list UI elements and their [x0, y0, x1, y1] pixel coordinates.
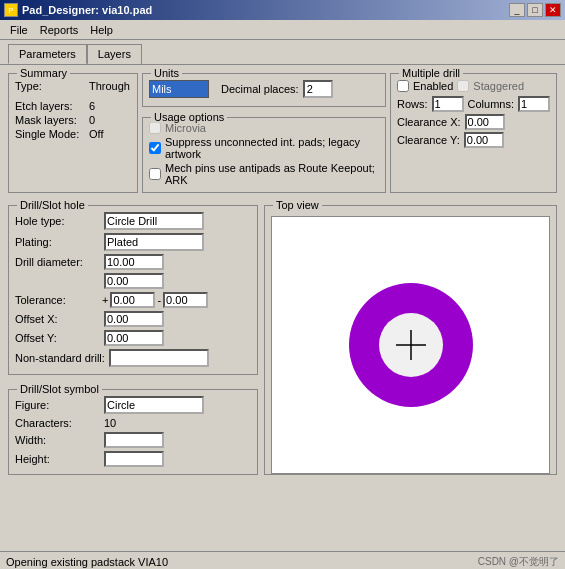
width-label: Width: — [15, 434, 100, 446]
usage-group: Usage options Microvia Suppress unconnec… — [142, 117, 386, 193]
staggered-label: Staggered — [473, 80, 524, 92]
top-view-group: Top view — [264, 205, 557, 475]
units-group: Units Mils Inches MM Decimal places: — [142, 73, 386, 107]
type-value: Through — [89, 80, 130, 92]
window-title: Pad_Designer: via10.pad — [22, 4, 152, 16]
units-title: Units — [151, 67, 182, 79]
top-section: Summary Type: Through Etch layers: 6 Mas… — [8, 73, 557, 199]
donut-svg — [341, 275, 481, 415]
columns-input[interactable] — [518, 96, 550, 112]
drill-diameter-label: Drill diameter: — [15, 256, 100, 268]
summary-group: Summary Type: Through Etch layers: 6 Mas… — [8, 73, 138, 193]
tolerance-label: Tolerance: — [15, 294, 100, 306]
menu-reports[interactable]: Reports — [34, 22, 85, 38]
non-standard-select[interactable] — [109, 349, 209, 367]
suppress-checkbox[interactable] — [149, 142, 161, 154]
etch-label: Etch layers: — [15, 100, 85, 112]
minimize-button[interactable]: _ — [509, 3, 525, 17]
microvia-checkbox[interactable] — [149, 122, 161, 134]
window-controls: _ □ ✕ — [509, 3, 561, 17]
offset-x-input[interactable] — [104, 311, 164, 327]
clearance-y-label: Clearance Y: — [397, 134, 460, 146]
enabled-checkbox[interactable] — [397, 80, 409, 92]
height-label: Height: — [15, 453, 100, 465]
multiple-drill-title: Multiple drill — [399, 67, 463, 79]
tab-parameters[interactable]: Parameters — [8, 44, 87, 64]
offset-y-label: Offset Y: — [15, 332, 100, 344]
columns-label: Columns: — [468, 98, 514, 110]
non-standard-label: Non-standard drill: — [15, 352, 105, 364]
bottom-section: Drill/Slot hole Hole type: Circle Drill … — [8, 205, 557, 481]
summary-title: Summary — [17, 67, 70, 79]
app-icon: P — [4, 3, 18, 17]
drill-diameter-input2[interactable] — [104, 273, 164, 289]
mech-checkbox[interactable] — [149, 168, 161, 180]
characters-value: 10 — [104, 417, 116, 429]
drill-symbol-title: Drill/Slot symbol — [17, 383, 102, 395]
figure-label: Figure: — [15, 399, 100, 411]
plating-select[interactable]: Plated Non-Plated — [104, 233, 204, 251]
units-select[interactable]: Mils Inches MM — [149, 80, 209, 98]
rows-input[interactable] — [432, 96, 464, 112]
top-view-canvas — [271, 216, 550, 474]
tolerance-input2[interactable] — [163, 292, 208, 308]
decimal-input[interactable] — [303, 80, 333, 98]
tolerance-plus: + — [102, 294, 108, 306]
enabled-label: Enabled — [413, 80, 453, 92]
single-label: Single Mode: — [15, 128, 85, 140]
drill-symbol-group: Drill/Slot symbol Figure: Circle Square … — [8, 389, 258, 475]
hole-type-label: Hole type: — [15, 215, 100, 227]
clearance-y-input[interactable] — [464, 132, 504, 148]
multiple-drill-group: Multiple drill Enabled Staggered Rows: C… — [390, 73, 557, 193]
single-value: Off — [89, 128, 103, 140]
menu-file[interactable]: File — [4, 22, 34, 38]
tolerance-dash: - — [157, 294, 161, 306]
figure-select[interactable]: Circle Square Triangle X — [104, 396, 204, 414]
clearance-x-label: Clearance X: — [397, 116, 461, 128]
main-content: Summary Type: Through Etch layers: 6 Mas… — [0, 64, 565, 569]
restore-button[interactable]: □ — [527, 3, 543, 17]
tolerance-input1[interactable] — [110, 292, 155, 308]
mask-value: 0 — [89, 114, 95, 126]
height-input[interactable] — [104, 451, 164, 467]
clearance-x-input[interactable] — [465, 114, 505, 130]
menu-help[interactable]: Help — [84, 22, 119, 38]
tab-bar: Parameters Layers — [0, 40, 565, 64]
decimal-label: Decimal places: — [221, 83, 299, 95]
hole-type-select[interactable]: Circle Drill Square Drill Oval Slot Rect… — [104, 212, 204, 230]
mech-label: Mech pins use antipads as Route Keepout;… — [165, 162, 379, 186]
status-bar: Opening existing padstack VIA10 CSDN @不觉… — [0, 551, 565, 569]
menu-bar: File Reports Help — [0, 20, 565, 40]
drill-slot-group: Drill/Slot hole Hole type: Circle Drill … — [8, 205, 258, 375]
rows-label: Rows: — [397, 98, 428, 110]
width-input[interactable] — [104, 432, 164, 448]
mask-label: Mask layers: — [15, 114, 85, 126]
watermark: CSDN @不觉明了 — [478, 555, 559, 569]
type-label: Type: — [15, 80, 85, 92]
status-text: Opening existing padstack VIA10 — [6, 556, 168, 568]
offset-x-label: Offset X: — [15, 313, 100, 325]
microvia-label: Microvia — [165, 122, 206, 134]
characters-label: Characters: — [15, 417, 100, 429]
offset-y-input[interactable] — [104, 330, 164, 346]
plating-label: Plating: — [15, 236, 100, 248]
suppress-label: Suppress unconnected int. pads; legacy a… — [165, 136, 379, 160]
drill-slot-title: Drill/Slot hole — [17, 199, 88, 211]
usage-title: Usage options — [151, 111, 227, 123]
etch-value: 6 — [89, 100, 95, 112]
close-button[interactable]: ✕ — [545, 3, 561, 17]
title-bar: P Pad_Designer: via10.pad _ □ ✕ — [0, 0, 565, 20]
top-view-title: Top view — [273, 199, 322, 211]
tab-layers[interactable]: Layers — [87, 44, 142, 64]
drill-diameter-input[interactable] — [104, 254, 164, 270]
staggered-checkbox[interactable] — [457, 80, 469, 92]
